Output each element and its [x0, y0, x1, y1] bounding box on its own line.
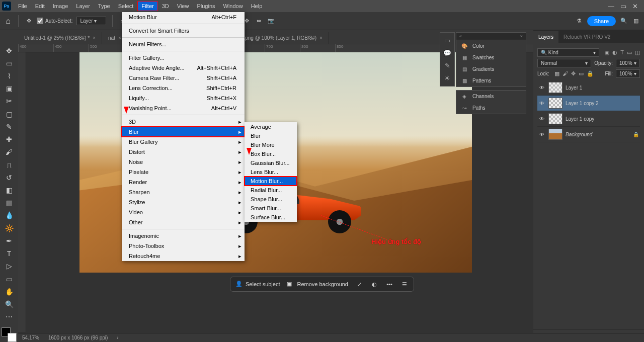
fill-input[interactable]: 100%▾: [616, 69, 640, 78]
submenu-item-blur[interactable]: Blur: [245, 131, 297, 140]
menu-item-lens-correction-[interactable]: Lens Correction...Shift+Ctrl+R: [122, 83, 245, 93]
menu-help[interactable]: Help: [247, 1, 267, 11]
filter-smart-icon[interactable]: ◫: [635, 49, 640, 56]
menu-item-imagenomic[interactable]: Imagenomic▸: [122, 231, 245, 241]
patterns-panel-button[interactable]: ▩Patterns: [456, 75, 526, 87]
menu-item-render[interactable]: Render▸: [122, 177, 245, 187]
menu-item-adaptive-wide-angle-[interactable]: Adaptive Wide Angle...Alt+Shift+Ctrl+A: [122, 63, 245, 73]
menu-item-vanishing-point-[interactable]: Vanishing Point...Alt+Ctrl+V: [122, 103, 245, 113]
filter-adjust-icon[interactable]: ◐: [612, 49, 617, 56]
filter-shape-icon[interactable]: ▭: [627, 49, 632, 56]
menu-window[interactable]: Window: [219, 1, 247, 11]
history-brush-tool[interactable]: ↺: [2, 171, 16, 184]
brush-tool[interactable]: 🖌: [2, 146, 16, 158]
gradient-tool[interactable]: ▦: [2, 197, 16, 209]
menu-item-blur-gallery[interactable]: Blur Gallery▸: [122, 137, 245, 147]
eyedropper-tool[interactable]: ✎: [2, 120, 16, 133]
submenu-item-radial-blur-[interactable]: Radial Blur...: [245, 186, 297, 195]
submenu-item-motion-blur-[interactable]: Motion Blur...: [245, 177, 297, 186]
menu-item-neural-filters-[interactable]: Neural Filters...: [122, 39, 245, 49]
menu-edit[interactable]: Edit: [31, 1, 49, 11]
layer-row[interactable]: 👁Layer 1 copy 2: [537, 96, 640, 111]
lock-paint-icon[interactable]: 🖌: [562, 70, 568, 77]
opacity-input[interactable]: 100%▾: [616, 59, 640, 67]
lock-pos-icon[interactable]: ✥: [571, 70, 576, 77]
panel-close-icon[interactable]: ×: [520, 34, 523, 39]
submenu-item-box-blur-[interactable]: Box Blur...: [245, 149, 297, 158]
menu-plugins[interactable]: Plugins: [193, 1, 219, 11]
submenu-item-shape-blur-[interactable]: Shape Blur...: [245, 195, 297, 204]
submenu-item-gaussian-blur-[interactable]: Gaussian Blur...: [245, 158, 297, 167]
submenu-item-surface-blur-[interactable]: Surface Blur...: [245, 213, 297, 222]
submenu-item-blur-more[interactable]: Blur More: [245, 140, 297, 149]
select-subject-button[interactable]: 👤Select subject: [235, 281, 280, 288]
filter-type-icon[interactable]: T: [620, 49, 624, 56]
submenu-item-lens-blur-[interactable]: Lens Blur...: [245, 167, 297, 177]
menu-item-motion-blur[interactable]: Motion BlurAlt+Ctrl+F: [122, 12, 245, 22]
menu-select[interactable]: Select: [114, 1, 138, 11]
menu-item-other[interactable]: Other▸: [122, 217, 245, 227]
frame-tool[interactable]: ▢: [2, 108, 16, 120]
blur-tool[interactable]: 💧: [2, 209, 16, 222]
menu-file[interactable]: File: [14, 1, 31, 11]
submenu-item-average[interactable]: Average: [245, 122, 297, 131]
menu-item-liquify-[interactable]: Liquify...Shift+Ctrl+X: [122, 93, 245, 103]
pen-tool[interactable]: ✒: [2, 234, 16, 247]
filter-pixel-icon[interactable]: ▣: [604, 49, 609, 56]
visibility-toggle[interactable]: 👁: [538, 101, 545, 106]
menu-item-pixelate[interactable]: Pixelate▸: [122, 167, 245, 177]
auto-select-toggle[interactable]: Auto-Select:: [37, 18, 72, 24]
menu-item-convert-for-smart-filters[interactable]: Convert for Smart Filters: [122, 26, 245, 36]
gradients-panel-button[interactable]: ▤Gradients: [456, 63, 526, 75]
menu-item-retouch4me[interactable]: Retouch4me▸: [122, 251, 245, 261]
menu-item-sharpen[interactable]: Sharpen▸: [122, 187, 245, 197]
visibility-toggle[interactable]: 👁: [538, 85, 545, 91]
hand-tool[interactable]: ✋: [2, 285, 16, 298]
remove-background-button[interactable]: ▣Remove background: [287, 281, 348, 288]
blend-mode-select[interactable]: Normal▾: [537, 59, 591, 67]
visibility-toggle[interactable]: 👁: [538, 132, 545, 137]
close-tab-icon[interactable]: ×: [319, 35, 323, 41]
close-tab-icon[interactable]: ×: [93, 35, 96, 41]
swatches-panel-button[interactable]: ▦Swatches: [456, 52, 526, 63]
document-tab[interactable]: Untitled-1 @ 25% (RGB/8#) *×: [18, 32, 102, 44]
comments-icon[interactable]: 💬: [443, 49, 451, 57]
menu-3d[interactable]: 3D: [158, 1, 173, 11]
eraser-tool[interactable]: ◧: [2, 184, 16, 196]
healing-tool[interactable]: ✚: [2, 133, 16, 146]
channels-panelse-buttonel-button[interactable]: ◈Channels: [456, 91, 526, 102]
adjustments-icon[interactable]: ☀: [444, 74, 450, 82]
menu-item-stylize[interactable]: Stylize▸: [122, 197, 245, 207]
more-options-icon[interactable]: •••: [385, 280, 393, 288]
auto-select-target[interactable]: Layer ▾: [76, 17, 106, 25]
crop-tool[interactable]: ✂: [2, 95, 16, 108]
maximize-button[interactable]: ▭: [620, 3, 626, 10]
submenu-item-smart-blur-[interactable]: Smart Blur...: [245, 204, 297, 213]
path-select-tool[interactable]: ▷: [2, 260, 16, 273]
menu-type[interactable]: Type: [94, 1, 114, 11]
adjust-icon[interactable]: ◐: [370, 280, 378, 288]
edit-toolbar[interactable]: ⋯: [2, 311, 16, 323]
lock-artboard-icon[interactable]: ▭: [579, 70, 584, 77]
menu-view[interactable]: View: [173, 1, 193, 11]
color-panel-button[interactable]: 🎨Color: [456, 40, 526, 52]
menu-item-noise[interactable]: Noise▸: [122, 157, 245, 167]
workspace-icon[interactable]: ▥: [632, 17, 640, 25]
history-icon[interactable]: ▭: [444, 37, 450, 44]
zoom-level[interactable]: 54.17%: [22, 335, 39, 340]
menu-filter[interactable]: Filter: [137, 1, 157, 11]
properties-icon[interactable]: ☰: [400, 280, 409, 288]
menu-item-video[interactable]: Video▸: [122, 207, 245, 217]
menu-layer[interactable]: Layer: [72, 1, 94, 11]
object-select-tool[interactable]: ▣: [2, 82, 16, 95]
brush-settings-icon[interactable]: ✎: [445, 62, 450, 69]
menu-item-filter-gallery-[interactable]: Filter Gallery...: [122, 53, 245, 63]
layer-row[interactable]: 👁Layer 1: [537, 80, 640, 96]
minimize-button[interactable]: —: [608, 3, 614, 10]
paths-panel-button[interactable]: ↝Paths: [456, 102, 526, 114]
lock-trans-icon[interactable]: ▦: [554, 70, 559, 77]
3d-camera-icon[interactable]: 📷: [267, 17, 275, 25]
move-tool[interactable]: ✥: [2, 44, 16, 57]
share-button[interactable]: Share: [587, 16, 616, 26]
close-tab-icon[interactable]: ×: [118, 35, 121, 41]
